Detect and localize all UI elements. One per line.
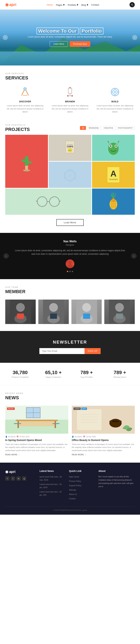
footer-quicklinks: Help Center Privacy Policy Support Polic… [69, 475, 93, 500]
load-more-button[interactable]: Load More [56, 219, 83, 226]
dot-2[interactable] [69, 271, 71, 272]
social-google[interactable]: g [22, 476, 26, 480]
newsletter-section: NEWSLETTER SIGN UP [0, 331, 140, 363]
footer-logo-text: apri [9, 470, 16, 474]
footer-about[interactable]: About Us [69, 492, 93, 496]
social-twitter[interactable]: t [11, 476, 15, 480]
footer-news-link-2[interactable]: Latest news link here - 18 jan, 2019 [40, 482, 64, 489]
load-more-wrap: Load More [5, 219, 135, 226]
projects-grid: PLASTIC CHIPS lemon [5, 135, 135, 215]
projects-label: OUR PORTFOLIO [5, 124, 30, 126]
footer-quicklink-col: Quick Link Help Center Privacy Policy Su… [69, 470, 93, 501]
news-label: RECENT NEWS [5, 392, 135, 394]
news-author-2: By Admin [75, 436, 82, 438]
footer-copyright: © 2019 All Right Reserved By theme_group [53, 509, 87, 511]
project-item-pineapple[interactable] [92, 188, 135, 215]
footer-news-link-1[interactable]: Ipsmt Isseit Srits Isrte - 20 mar, 2019 [40, 475, 64, 481]
news-image-1: BRANN [5, 406, 68, 434]
svg-point-63 [67, 264, 73, 268]
dot-1[interactable] [67, 271, 68, 272]
filter-all[interactable]: All [80, 126, 86, 130]
footer-help[interactable]: Help Center [69, 475, 93, 478]
testimonial-prev-button[interactable]: ‹ [4, 253, 9, 258]
projects-title: PROJECTS [5, 127, 30, 132]
stat-hours-label: Working Hours [105, 376, 135, 378]
footer-contact[interactable]: Contact [69, 497, 93, 500]
newsletter-title: NEWSLETTER [5, 340, 135, 344]
footer-support[interactable]: Support Policy [69, 484, 93, 487]
filter-tabs: All BRANDING CREATIVE PHOTOGRAPHY [80, 126, 135, 130]
projects-section: OUR PORTFOLIO PROJECTS All BRANDING CREA… [0, 120, 140, 233]
project-item-crystal[interactable] [49, 162, 91, 188]
svg-point-65 [16, 303, 25, 312]
nav-pages[interactable]: Pages [56, 4, 62, 6]
filter-branding[interactable]: BRANDING [87, 126, 101, 130]
newsletter-signup-button[interactable]: SIGN UP [84, 348, 101, 354]
team-member-4 [104, 300, 135, 324]
social-facebook[interactable]: f [5, 476, 10, 480]
search-icon[interactable] [129, 2, 135, 7]
footer-about-col: About But i must explain to you this all… [98, 470, 135, 501]
logo-icon: ◉ [5, 2, 9, 7]
svg-point-77 [115, 303, 124, 312]
stat-customers-label: Happy Customers [39, 376, 68, 378]
svg-point-73 [82, 303, 91, 312]
hero-next-button[interactable]: › [132, 35, 137, 40]
nav-portfolio[interactable]: Portfolio [68, 4, 76, 6]
dot-3[interactable] [72, 271, 73, 272]
news-meta-1: 👤 By Admin 📅 18 Nov 2019 [5, 436, 68, 438]
news-section: RECENT NEWS NEWS [0, 385, 140, 463]
nav-blog[interactable]: Blog [81, 4, 86, 6]
projects-header: OUR PORTFOLIO PROJECTS All BRANDING CREA… [5, 124, 135, 132]
svg-line-35 [108, 142, 109, 144]
nav-home[interactable]: Home [47, 4, 53, 6]
stats-section: 36,780 Projects Completed 65,10 + Happy … [0, 363, 140, 385]
project-item-cactus[interactable] [5, 135, 48, 188]
footer-news-link-3[interactable]: Latest news link here - 19 jan, 205 [40, 490, 64, 496]
footer-privacy[interactable]: Privacy Policy [69, 480, 93, 482]
navbar: ◉ apri Home Pages ▾ Portfolio ▾ Blog ▾ C… [0, 0, 140, 10]
news-grid: BRANN 👤 By Admin 📅 18 Nov 2019 In Spring… [5, 406, 135, 456]
project-item-chips[interactable]: PLASTIC CHIPS lemon [49, 135, 91, 161]
purchase-now-button[interactable]: Purchase Now [70, 41, 90, 47]
stat-customers-number: 65,10 + [39, 370, 68, 375]
news-image-2: ADMIN WTF [72, 406, 135, 434]
testimonial-next-button[interactable]: › [131, 253, 136, 258]
footer-logo-icon: ◉ [5, 470, 8, 474]
svg-line-36 [118, 142, 119, 144]
service-discover-desc: Lorem ipsum dolor sit amet, tem adipisci… [5, 104, 45, 114]
service-discover: DISCOVER Lorem ipsum dolor sit amet, tem… [5, 86, 45, 114]
news-item-1: BRANN 👤 By Admin 📅 18 Nov 2019 In Spring… [5, 406, 68, 456]
hero-title-prefix: Welcome To Our [37, 28, 79, 34]
svg-rect-86 [14, 423, 21, 424]
hero-section: ‹ Welcome To Our Portfolio Lorem ipsum d… [0, 10, 140, 66]
newsletter-input[interactable] [39, 348, 84, 354]
social-instagram[interactable]: in [17, 476, 21, 480]
services-grid: DISCOVER Lorem ipsum dolor sit amet, tem… [5, 86, 135, 114]
footer-logo-col: ◉ apri f t in g [5, 470, 34, 501]
news-read-more-2[interactable]: READ MORE → [72, 454, 135, 456]
footer-sitemap[interactable]: Sitemap [69, 488, 93, 491]
service-build: BUILD Lorem ipsum dolor sit amet, tem ad… [95, 86, 135, 114]
testimonial-section: ‹ Nax Wells Designer Lorem ipsum dolor s… [0, 233, 140, 279]
brandn-icon [50, 86, 90, 98]
news-author-icon-1: 👤 [5, 436, 7, 438]
footer: ◉ apri f t in g Latest News Ipsmt Isseit… [0, 462, 140, 515]
nav-contact[interactable]: Contact [91, 4, 99, 6]
news-read-more-1[interactable]: READ MORE → [5, 454, 68, 456]
learn-more-button[interactable]: Learn More [50, 41, 68, 47]
member-photo-4 [104, 300, 135, 324]
member-photo-1 [5, 300, 36, 324]
stat-projects: 36,780 Projects Completed [5, 370, 35, 378]
svg-rect-6 [68, 88, 72, 94]
stat-coffee-label: Cup Of Coffee [72, 376, 101, 378]
logo[interactable]: ◉ apri [5, 2, 16, 7]
svg-rect-87 [53, 423, 60, 424]
filter-creative[interactable]: CREATIVE [102, 126, 115, 130]
filter-photography[interactable]: PHOTOGRAPHY [116, 126, 135, 130]
project-item-typography[interactable]: A Typography [92, 162, 135, 188]
hero-prev-button[interactable]: ‹ [3, 35, 8, 40]
project-item-monster[interactable] [92, 135, 135, 161]
project-item-glasses[interactable] [5, 188, 91, 215]
testimonial-text: Lorem ipsum dolor sit amet, consectetur … [14, 249, 126, 256]
